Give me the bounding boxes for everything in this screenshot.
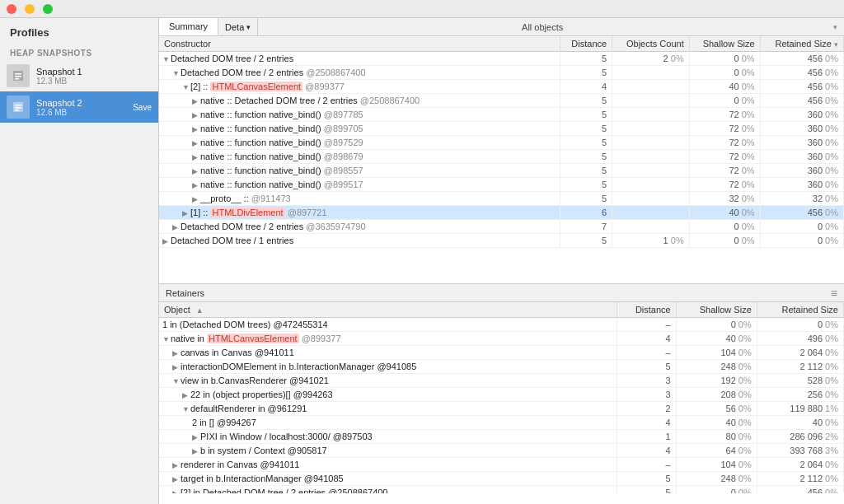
pct-text: 0% — [825, 152, 838, 161]
pct-text: 0% — [825, 390, 838, 399]
table-row[interactable]: ▼ [2] :: HTMLCanvasElement @899377440 0%… — [159, 80, 844, 94]
object-text: native in — [171, 334, 207, 343]
retainer-object-cell: ▶ 22 in (object properties)[] @994263 — [159, 388, 617, 402]
ret-col-distance[interactable]: Distance — [617, 302, 676, 318]
pct-text: 0% — [742, 138, 755, 147]
constructor-text: native :: function native_bind() — [200, 152, 324, 161]
snapshot-1-item[interactable]: Snapshot 1 12.3 MB — [0, 60, 158, 91]
retained-size-cell: 456 0% — [760, 80, 843, 94]
expand-arrow[interactable]: ▶ — [172, 363, 181, 371]
snapshot-2-item[interactable]: Snapshot 2 12.6 MB Save — [0, 91, 158, 123]
expand-arrow[interactable]: ▶ — [192, 125, 200, 133]
retainer-row[interactable]: ▼ view in b.CanvasRenderer @9410213192 0… — [159, 374, 844, 388]
addr-text: @911473 — [251, 194, 291, 203]
close-btn[interactable] — [7, 4, 16, 14]
table-row[interactable]: ▶ native :: Detached DOM tree / 2 entrie… — [159, 94, 844, 108]
table-row[interactable]: ▶ [1] :: HTMLDivElement @897721640 0%456… — [159, 206, 844, 220]
expand-arrow[interactable]: ▶ — [182, 209, 190, 217]
obj-count-cell — [612, 122, 690, 136]
retainer-row[interactable]: ▶ interactionDOMElement in b.Interaction… — [159, 360, 844, 374]
expand-arrow[interactable]: ▶ — [192, 181, 200, 189]
obj-count-cell — [612, 206, 690, 220]
expand-arrow[interactable]: ▶ — [192, 195, 200, 203]
retainer-row[interactable]: ▶ b in system / Context @905817464 0%393… — [159, 444, 844, 458]
retainer-distance-cell: 4 — [617, 416, 676, 430]
expand-arrow[interactable]: ▶ — [172, 223, 181, 231]
retainer-distance-cell: 5 — [617, 472, 676, 486]
expand-arrow[interactable]: ▶ — [192, 111, 200, 119]
col-constructor[interactable]: Constructor — [159, 36, 560, 52]
distance-cell: 5 — [560, 178, 612, 192]
table-row[interactable]: ▶ native :: function native_bind() @8986… — [159, 150, 844, 164]
minimize-btn[interactable] — [25, 4, 35, 14]
retainers-options-icon[interactable]: ≡ — [831, 287, 837, 300]
save-button[interactable]: Save — [133, 103, 152, 112]
col-retained-size[interactable]: Retained Size ▾ — [760, 36, 843, 52]
pct-text: 0% — [825, 208, 838, 217]
retainer-row[interactable]: ▼ native in HTMLCanvasElement @899377440… — [159, 332, 844, 346]
expand-arrow[interactable]: ▼ — [182, 405, 190, 413]
pct-text: 0% — [825, 334, 838, 343]
ret-sort-asc: ▲ — [196, 306, 204, 315]
retainer-row[interactable]: ▶ PIXI in Window / localhost:3000/ @8975… — [159, 430, 844, 444]
table-row[interactable]: ▶ native :: function native_bind() @8985… — [159, 164, 844, 178]
retainer-row[interactable]: ▶ 22 in (object properties)[] @994263320… — [159, 388, 844, 402]
table-row[interactable]: ▼ Detached DOM tree / 2 entries @2508867… — [159, 66, 844, 80]
retainer-row[interactable]: 2 in [] @994267440 0%40 0% — [159, 416, 844, 430]
main-table-container[interactable]: Constructor Distance Objects Count Shall… — [159, 36, 844, 283]
pct-text: 0% — [825, 236, 838, 245]
table-row[interactable]: ▶ __proto__ :: @911473532 0%32 0% — [159, 192, 844, 206]
table-row[interactable]: ▼ Detached DOM tree / 2 entries52 0%0 0%… — [159, 52, 844, 66]
col-shallow-size[interactable]: Shallow Size — [689, 36, 760, 52]
expand-arrow[interactable]: ▶ — [192, 167, 200, 175]
expand-arrow[interactable]: ▶ — [182, 391, 190, 399]
expand-arrow[interactable]: ▶ — [172, 349, 181, 357]
expand-arrow[interactable]: ▶ — [172, 489, 181, 493]
expand-arrow[interactable]: ▼ — [162, 335, 171, 343]
ret-col-object[interactable]: Object ▲ — [159, 302, 617, 318]
retainer-distance-cell: 4 — [617, 444, 676, 458]
pct-text: 0% — [738, 362, 752, 371]
expand-arrow[interactable]: ▼ — [182, 83, 190, 91]
table-row[interactable]: ▶ Detached DOM tree / 2 entries @3635974… — [159, 220, 844, 234]
filter-sort-arrow[interactable]: ▾ — [827, 23, 844, 31]
expand-arrow[interactable]: ▶ — [172, 475, 181, 483]
retainer-retained-cell: 2 064 0% — [757, 346, 843, 360]
col-objects-count[interactable]: Objects Count — [612, 36, 690, 52]
table-row[interactable]: ▶ native :: function native_bind() @8997… — [159, 122, 844, 136]
highlight-text: HTMLCanvasElement — [210, 82, 302, 91]
ret-col-retained[interactable]: Retained Size — [757, 302, 843, 318]
expand-arrow[interactable]: ▶ — [192, 97, 200, 105]
addr-text: @897721 — [285, 208, 327, 217]
tab-summary[interactable]: Summary — [159, 18, 218, 35]
expand-arrow[interactable]: ▶ — [192, 153, 200, 161]
retainer-row[interactable]: 1 in (Detached DOM trees) @472455314–0 0… — [159, 318, 844, 332]
tab-dropdown[interactable]: Deta ▾ — [218, 18, 258, 35]
expand-arrow[interactable]: ▼ — [162, 55, 171, 63]
expand-arrow[interactable]: ▶ — [162, 237, 171, 245]
expand-arrow[interactable]: ▶ — [192, 139, 200, 147]
pct-text: 0% — [738, 404, 752, 413]
table-row[interactable]: ▶ native :: function native_bind() @8995… — [159, 178, 844, 192]
retainer-row[interactable]: ▶ renderer in Canvas @941011–104 0%2 064… — [159, 458, 844, 472]
table-row[interactable]: ▶ native :: function native_bind() @8975… — [159, 136, 844, 150]
expand-arrow[interactable]: ▶ — [192, 447, 200, 455]
retainer-row[interactable]: ▶ [2] in Detached DOM tree / 2 entries @… — [159, 486, 844, 494]
expand-arrow[interactable]: ▶ — [172, 461, 181, 469]
col-distance[interactable]: Distance — [560, 36, 612, 52]
ret-col-shallow[interactable]: Shallow Size — [676, 302, 757, 318]
expand-arrow[interactable]: ▶ — [192, 433, 200, 441]
retainer-row[interactable]: ▼ defaultRenderer in @961291256 0%119 88… — [159, 402, 844, 416]
expand-arrow[interactable]: ▼ — [172, 377, 181, 385]
table-row[interactable]: ▶ Detached DOM tree / 1 entries51 0%0 0%… — [159, 234, 844, 248]
retainer-row[interactable]: ▶ target in b.InteractionManager @941085… — [159, 472, 844, 486]
shallow-size-cell: 0 0% — [689, 220, 760, 234]
retainers-table-container[interactable]: Object ▲ Distance Shallow Size Retained … — [159, 302, 844, 493]
constructor-text: __proto__ :: — [200, 194, 251, 203]
retainer-row[interactable]: ▶ canvas in Canvas @941011–104 0%2 064 0… — [159, 346, 844, 360]
table-row[interactable]: ▶ native :: function native_bind() @8977… — [159, 108, 844, 122]
expand-arrow[interactable]: ▼ — [172, 69, 181, 77]
obj-count-cell — [612, 164, 690, 178]
distance-cell: 7 — [560, 220, 612, 234]
maximize-btn[interactable] — [43, 4, 53, 14]
